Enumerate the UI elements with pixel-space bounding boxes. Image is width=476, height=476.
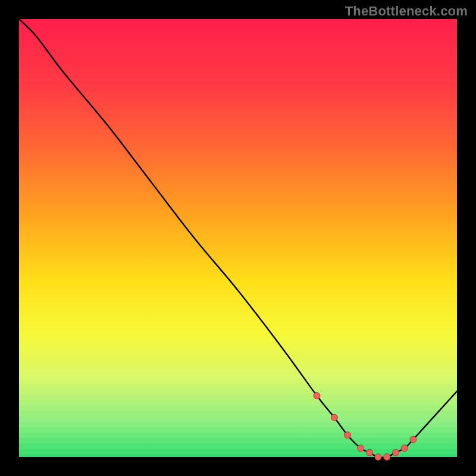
grid-band <box>19 392 457 394</box>
curve-marker <box>314 393 320 399</box>
curve-marker <box>331 414 337 421</box>
grid-band <box>19 430 457 433</box>
curve-marker <box>358 445 364 452</box>
grid-band <box>19 419 457 422</box>
grid-band <box>19 380 457 383</box>
grid-band <box>19 413 457 416</box>
grid-band <box>19 375 457 378</box>
bottleneck-chart <box>0 0 476 476</box>
grid-band <box>19 424 457 427</box>
curve-marker <box>366 449 372 456</box>
curve-marker <box>401 445 408 452</box>
curve-marker <box>410 436 416 443</box>
grid-band <box>19 397 457 400</box>
grid-band <box>19 440 457 443</box>
grid-band <box>19 369 457 372</box>
watermark-text: TheBottleneck.com <box>345 4 468 19</box>
grid-band <box>19 386 457 389</box>
chart-stage: TheBottleneck.com <box>0 0 476 476</box>
grid-band <box>19 408 457 411</box>
curve-marker <box>375 454 381 461</box>
curve-marker <box>384 454 390 461</box>
grid-band <box>19 446 457 449</box>
grid-band <box>19 452 457 455</box>
grid-band <box>19 402 457 405</box>
curve-marker <box>393 449 399 456</box>
grid-band <box>19 435 457 438</box>
curve-marker <box>345 432 351 439</box>
